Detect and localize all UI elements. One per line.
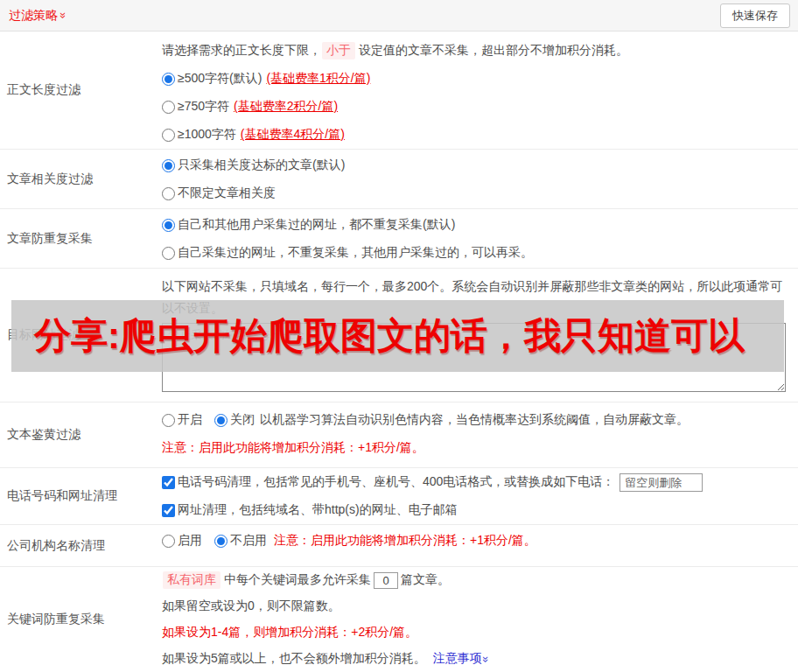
line1-text: 中每个关键词最多允许采集: [224, 572, 371, 588]
option-cost-note: (基础费率4积分/篇): [241, 127, 345, 143]
length-option-1000-radio[interactable]: [162, 129, 175, 142]
length-option-750-radio[interactable]: [162, 101, 175, 114]
option-label: 启用: [178, 533, 202, 549]
relevance-option-any-radio[interactable]: [162, 187, 175, 200]
row-porn-filter: 文本鉴黄过滤 开启 关闭 以机器学习算法自动识别色情内容，当色情概率达到系统阈值…: [0, 402, 798, 468]
notes-link-text: 注意事项: [433, 651, 482, 667]
notes-link[interactable]: 注意事项 »: [433, 651, 489, 667]
replacement-phone-input[interactable]: [620, 473, 703, 492]
url-cleanup-checkbox[interactable]: [162, 504, 175, 517]
porn-filter-off-radio[interactable]: [214, 414, 228, 427]
watermark-banner: 分享:爬虫开始爬取图文的话，我只知道可以: [11, 300, 784, 372]
relevance-option-strict-radio[interactable]: [162, 159, 175, 172]
keyword-dedup-line1: 私有词库 中每个关键词最多允许采集 篇文章。: [162, 567, 789, 593]
row-phone-cleanup-label: 电话号码和网址清理: [0, 468, 158, 524]
less-than-tag: 小于: [322, 42, 355, 60]
option-label: 只采集相关度达标的文章(默认): [178, 158, 345, 173]
row-porn-filter-label: 文本鉴黄过滤: [0, 402, 158, 467]
relevance-option-any[interactable]: 不限定文章相关度: [162, 179, 789, 207]
row-phone-cleanup: 电话号码和网址清理 电话号码清理，包括常见的手机号、座机号、400电话格式，或替…: [0, 468, 798, 525]
private-lexicon-tag: 私有词库: [163, 571, 220, 589]
keyword-dedup-line2: 如果留空或设为0，则不限篇数。: [162, 593, 789, 620]
page-header: 过滤策略 » 快速保存: [0, 0, 798, 32]
option-cost-note: (基础费率2积分/篇): [234, 99, 338, 115]
option-label: 不限定文章相关度: [178, 186, 276, 201]
option-label: 不启用: [230, 533, 267, 549]
row-length-filter-label: 正文长度过滤: [0, 32, 158, 149]
company-cleanup-warning: 注意：启用此功能将增加积分消耗：+1积分/篇。: [274, 533, 536, 549]
url-cleanup-checkbox-row[interactable]: 网址清理，包括纯域名、带http(s)的网址、电子邮箱: [162, 496, 789, 524]
dedup-option-global-radio[interactable]: [162, 219, 175, 232]
porn-filter-on-radio[interactable]: [162, 414, 175, 427]
dedup-option-global[interactable]: 自己和其他用户采集过的网址，都不重复采集(默认): [162, 211, 789, 239]
page-title[interactable]: 过滤策略 »: [9, 8, 66, 24]
porn-filter-off[interactable]: 关闭: [214, 412, 255, 428]
option-label: 电话号码清理，包括常见的手机号、座机号、400电话格式，或替换成如下电话：: [178, 474, 614, 490]
length-option-500[interactable]: ≥500字符(默认) (基础费率1积分/篇): [162, 65, 789, 93]
option-label: ≥1000字符: [178, 127, 236, 143]
option-label: 自己采集过的网址，不重复采集，其他用户采集过的，可以再采。: [178, 245, 533, 261]
row-keyword-dedup-label: 关键词防重复采集: [0, 567, 158, 672]
dedup-option-self[interactable]: 自己采集过的网址，不重复采集，其他用户采集过的，可以再采。: [162, 239, 789, 267]
line1-suffix: 篇文章。: [401, 572, 450, 588]
row-company-cleanup: 公司机构名称清理 启用 不启用 注意：启用此功能将增加积分消耗：+1积分/篇。: [0, 525, 798, 567]
company-cleanup-on-radio[interactable]: [162, 535, 175, 548]
row-length-filter: 正文长度过滤 请选择需求的正文长度下限， 小于 设定值的文章不采集，超出部分不增…: [0, 32, 798, 150]
length-option-1000[interactable]: ≥1000字符 (基础费率4积分/篇): [162, 121, 789, 149]
porn-filter-warning: 注意：启用此功能将增加积分消耗：+1积分/篇。: [162, 434, 789, 462]
chevron-down-icon: »: [58, 12, 69, 18]
relevance-option-strict[interactable]: 只采集相关度达标的文章(默认): [162, 151, 789, 179]
porn-filter-desc: 以机器学习算法自动识别色情内容，当色情概率达到系统阈值，自动屏蔽文章。: [260, 412, 689, 428]
company-cleanup-on[interactable]: 启用: [162, 533, 202, 549]
length-filter-intro: 请选择需求的正文长度下限， 小于 设定值的文章不采集，超出部分不增加积分消耗。: [162, 37, 789, 65]
option-label: 网址清理，包括纯域名、带http(s)的网址、电子邮箱: [178, 502, 458, 518]
line4-text: 如果设为5篇或以上，也不会额外增加积分消耗。: [162, 651, 426, 667]
keyword-dedup-line3: 如果设为1-4篇，则增加积分消耗：+2积分/篇。: [162, 620, 789, 646]
row-dedup-filter: 文章防重复采集 自己和其他用户采集过的网址，都不重复采集(默认) 自己采集过的网…: [0, 209, 798, 269]
row-relevance-filter: 文章相关度过滤 只采集相关度达标的文章(默认) 不限定文章相关度: [0, 150, 798, 209]
row-keyword-dedup: 关键词防重复采集 私有词库 中每个关键词最多允许采集 篇文章。 如果留空或设为0…: [0, 567, 798, 672]
phone-cleanup-checkbox-row[interactable]: 电话号码清理，包括常见的手机号、座机号、400电话格式，或替换成如下电话：: [162, 468, 789, 496]
length-option-750[interactable]: ≥750字符 (基础费率2积分/篇): [162, 93, 789, 121]
page-title-text: 过滤策略: [9, 8, 58, 24]
row-relevance-filter-label: 文章相关度过滤: [0, 150, 158, 208]
max-articles-input[interactable]: [374, 572, 398, 589]
chevron-down-icon: »: [480, 655, 492, 662]
watermark-text: 分享:爬虫开始爬取图文的话，我只知道可以: [34, 312, 745, 360]
keyword-dedup-line4: 如果设为5篇或以上，也不会额外增加积分消耗。 注意事项 »: [162, 646, 789, 672]
option-label: ≥500字符(默认): [178, 71, 262, 87]
option-label: 开启: [178, 412, 202, 428]
option-label: 自己和其他用户采集过的网址，都不重复采集(默认): [178, 217, 455, 233]
dedup-option-self-radio[interactable]: [162, 247, 175, 260]
intro-text-before: 请选择需求的正文长度下限，: [162, 43, 321, 59]
porn-filter-on[interactable]: 开启: [162, 412, 202, 428]
row-dedup-filter-label: 文章防重复采集: [0, 209, 158, 268]
option-label: ≥750字符: [178, 99, 229, 115]
company-cleanup-off-radio[interactable]: [214, 535, 228, 548]
quick-save-button[interactable]: 快速保存: [720, 4, 790, 28]
option-cost-note: (基础费率1积分/篇): [266, 71, 370, 87]
intro-text-after: 设定值的文章不采集，超出部分不增加积分消耗。: [359, 43, 628, 59]
phone-cleanup-checkbox[interactable]: [162, 476, 175, 489]
company-cleanup-off[interactable]: 不启用: [214, 533, 267, 549]
length-option-500-radio[interactable]: [162, 73, 175, 86]
row-company-cleanup-label: 公司机构名称清理: [0, 525, 158, 566]
option-label: 关闭: [230, 412, 255, 428]
